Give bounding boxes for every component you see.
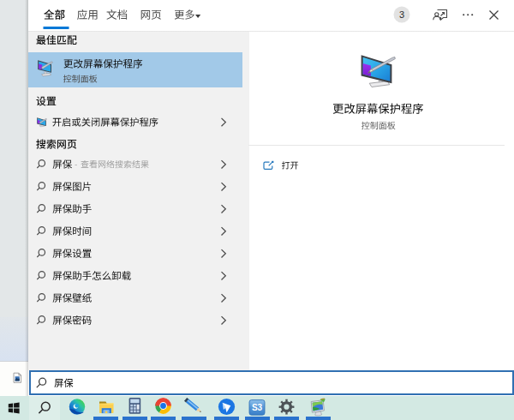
svg-text:S3: S3	[252, 403, 263, 412]
svg-text:3: 3	[399, 9, 404, 20]
